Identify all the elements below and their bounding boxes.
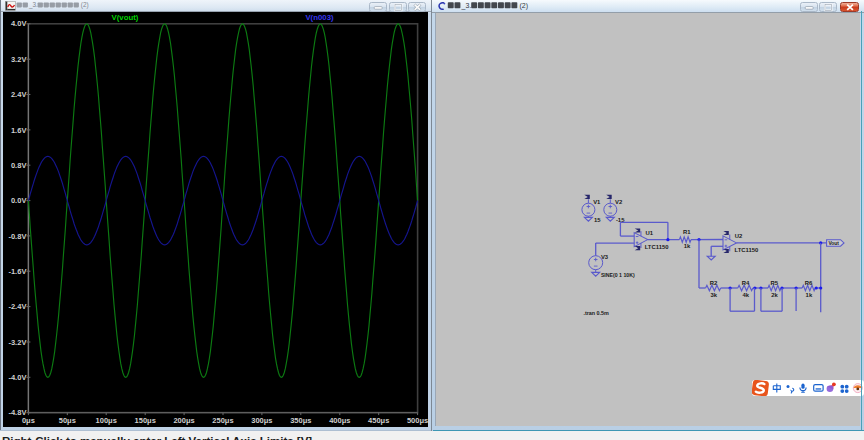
svg-text:1k: 1k bbox=[683, 243, 690, 249]
svg-text:R6: R6 bbox=[804, 280, 812, 286]
svg-text:0.8V: 0.8V bbox=[11, 161, 26, 170]
svg-text:3k: 3k bbox=[710, 292, 717, 298]
svg-text:3.2V: 3.2V bbox=[11, 55, 26, 64]
svg-text:300μs: 300μs bbox=[251, 416, 272, 425]
svg-text:1.6V: 1.6V bbox=[11, 126, 26, 135]
svg-text:200μs: 200μs bbox=[173, 416, 194, 425]
svg-text:-4.0V: -4.0V bbox=[8, 373, 26, 382]
svg-text:-2.4V: -2.4V bbox=[8, 302, 26, 311]
svg-text:V3: V3 bbox=[600, 254, 608, 260]
svg-text:450μs: 450μs bbox=[368, 416, 389, 425]
svg-text:0μs: 0μs bbox=[22, 416, 35, 425]
svg-text:R5: R5 bbox=[770, 280, 778, 286]
svg-text:4.0V: 4.0V bbox=[11, 19, 26, 28]
svg-text:V1: V1 bbox=[593, 199, 601, 205]
svg-text:250μs: 250μs bbox=[212, 416, 233, 425]
svg-text:0.0V: 0.0V bbox=[11, 196, 26, 205]
svg-text:Vout: Vout bbox=[828, 241, 839, 246]
svg-text:2k: 2k bbox=[771, 292, 778, 298]
svg-text:V(n003): V(n003) bbox=[305, 13, 334, 22]
svg-text:4k: 4k bbox=[742, 292, 749, 298]
svg-text:350μs: 350μs bbox=[290, 416, 311, 425]
svg-text:V(vout): V(vout) bbox=[112, 13, 139, 22]
svg-text:500μs: 500μs bbox=[407, 416, 428, 425]
svg-text:-0.8V: -0.8V bbox=[8, 232, 26, 241]
svg-text:V2: V2 bbox=[615, 199, 623, 205]
svg-text:2.4V: 2.4V bbox=[11, 90, 26, 99]
svg-text:R2: R2 bbox=[709, 280, 717, 286]
svg-text:(2): (2) bbox=[519, 2, 528, 10]
svg-text:_3.: _3. bbox=[28, 1, 38, 9]
svg-text:100μs: 100μs bbox=[96, 416, 117, 425]
svg-text:U1: U1 bbox=[645, 230, 653, 236]
svg-text:400μs: 400μs bbox=[329, 416, 350, 425]
svg-text:R4: R4 bbox=[741, 280, 749, 286]
svg-text:LTC1150: LTC1150 bbox=[644, 244, 669, 250]
svg-text:R1: R1 bbox=[683, 229, 691, 235]
svg-text:SINE(0 1 10K): SINE(0 1 10K) bbox=[600, 272, 634, 278]
svg-text:U2: U2 bbox=[734, 233, 742, 239]
svg-text:.tran 0.5m: .tran 0.5m bbox=[583, 310, 609, 316]
svg-text:15: 15 bbox=[594, 217, 601, 223]
svg-text:1k: 1k bbox=[805, 292, 812, 298]
svg-text:150μs: 150μs bbox=[135, 416, 156, 425]
svg-text:50μs: 50μs bbox=[59, 416, 76, 425]
svg-text:LTC1150: LTC1150 bbox=[734, 247, 759, 253]
svg-text:-1.6V: -1.6V bbox=[8, 267, 26, 276]
svg-text:_3.: _3. bbox=[460, 2, 471, 10]
svg-text:(2): (2) bbox=[81, 1, 89, 9]
svg-text:-3.2V: -3.2V bbox=[8, 338, 26, 347]
